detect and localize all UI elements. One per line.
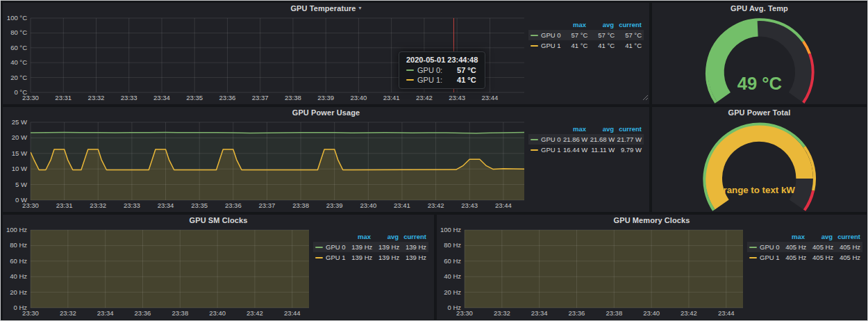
svg-text:60 Hz: 60 Hz <box>444 257 461 265</box>
legend-sort-header-max[interactable]: max <box>558 125 586 133</box>
svg-text:5 W: 5 W <box>15 181 27 188</box>
legend-sort-header-max[interactable]: max <box>558 21 586 28</box>
panel-gpu-power-total: GPU Power Total range to text kW <box>652 107 867 212</box>
panel-gpu-sm-clocks: GPU SM Clocks 0 Hz20 Hz40 Hz60 Hz80 Hz10… <box>3 215 434 320</box>
svg-text:100 Hz: 100 Hz <box>6 227 27 233</box>
grafana-dashboard: GPU Temperature ▾ 0 °C20 °C40 °C60 °C80 … <box>0 0 868 321</box>
svg-text:23:34: 23:34 <box>158 201 174 209</box>
legend-series-toggle[interactable]: GPU 0 <box>749 243 780 251</box>
legend-sort-header-current[interactable]: current <box>833 233 860 240</box>
svg-text:23:35: 23:35 <box>186 94 203 101</box>
legend-row-gpu-1: GPU 1405 Hz405 Hz405 Hz <box>747 252 862 263</box>
legend-sort-header-avg[interactable]: avg <box>805 233 833 240</box>
legend-value: 139 Hz <box>372 254 399 261</box>
legend-series-toggle[interactable]: GPU 0 <box>531 135 561 143</box>
legend-series-toggle[interactable]: GPU 0 <box>315 243 346 251</box>
svg-text:23:36: 23:36 <box>135 309 151 317</box>
svg-text:23:42: 23:42 <box>247 309 263 317</box>
series-color-dash-icon <box>406 69 414 71</box>
legend-value: 405 Hz <box>780 243 807 251</box>
svg-text:40 °C: 40 °C <box>10 58 27 66</box>
legend-sort-header-max[interactable]: max <box>777 233 805 240</box>
legend-series-toggle[interactable]: GPU 0 <box>531 31 561 39</box>
svg-text:15 W: 15 W <box>12 149 27 157</box>
svg-text:range to text kW: range to text kW <box>724 185 796 195</box>
svg-text:23:37: 23:37 <box>252 94 269 101</box>
legend-sort-header-current[interactable]: current <box>614 21 642 28</box>
svg-text:60 Hz: 60 Hz <box>10 257 27 265</box>
svg-text:23:41: 23:41 <box>383 94 400 101</box>
svg-text:100 °C: 100 °C <box>7 15 27 22</box>
legend-header-row: maxavgcurrent <box>747 231 862 242</box>
svg-text:23:33: 23:33 <box>124 201 140 209</box>
gpu-sm-clocks-chart[interactable]: 0 Hz20 Hz40 Hz60 Hz80 Hz100 Hz23:3023:32… <box>4 227 313 319</box>
legend-value: 57 °C <box>615 31 642 39</box>
tooltip-timestamp: 2020-05-01 23:44:48 <box>406 56 478 64</box>
legend-row-gpu-1: GPU 141 °C41 °C41 °C <box>528 40 644 51</box>
svg-text:23:40: 23:40 <box>351 94 367 101</box>
legend-value: 41 °C <box>561 42 588 49</box>
panel-title-gpu-avg-temp[interactable]: GPU Avg. Temp <box>652 3 867 14</box>
svg-text:23:42: 23:42 <box>681 309 697 317</box>
svg-text:23:38: 23:38 <box>292 201 309 209</box>
svg-text:23:32: 23:32 <box>60 309 76 317</box>
svg-text:23:39: 23:39 <box>317 94 334 101</box>
svg-text:23:40: 23:40 <box>643 309 660 317</box>
panel-gpu-avg-temp: GPU Avg. Temp 49 °C <box>652 3 867 104</box>
legend-sort-header-avg[interactable]: avg <box>371 233 399 240</box>
svg-text:23:37: 23:37 <box>259 201 276 209</box>
series-color-dash-icon <box>315 247 323 248</box>
svg-text:23:42: 23:42 <box>428 201 444 209</box>
svg-text:80 Hz: 80 Hz <box>10 241 27 249</box>
panel-title-gpu-memory-clocks[interactable]: GPU Memory Clocks <box>437 215 867 226</box>
legend-value: 405 Hz <box>806 254 833 261</box>
panel-title-text: GPU Memory Clocks <box>614 216 690 224</box>
panel-resize-handle[interactable] <box>642 91 649 104</box>
legend-sort-header-current[interactable]: current <box>614 125 642 133</box>
legend-sort-header-current[interactable]: current <box>399 233 426 240</box>
svg-text:23:38: 23:38 <box>606 309 622 317</box>
legend-value: 41 °C <box>615 42 642 49</box>
svg-text:23:40: 23:40 <box>209 309 226 317</box>
legend-value: 11.11 W <box>587 146 615 154</box>
gpu-memory-clocks-chart[interactable]: 0 Hz20 Hz40 Hz60 Hz80 Hz100 Hz23:3023:32… <box>438 227 747 319</box>
chevron-down-icon: ▾ <box>359 6 362 11</box>
gpu-power-usage-chart[interactable]: 0 W5 W10 W15 W20 W25 W23:3023:3123:3223:… <box>4 119 528 211</box>
svg-text:23:33: 23:33 <box>121 94 137 101</box>
svg-text:23:39: 23:39 <box>326 201 343 209</box>
legend-series-toggle[interactable]: GPU 1 <box>749 254 780 261</box>
legend-series-toggle[interactable]: GPU 1 <box>531 146 561 154</box>
tooltip-series-name: GPU 0: <box>417 66 442 74</box>
legend-row-gpu-0: GPU 021.86 W21.68 W21.77 W <box>528 134 644 145</box>
panel-gpu-temperature: GPU Temperature ▾ 0 °C20 °C40 °C60 °C80 … <box>3 3 649 104</box>
panel-title-gpu-power-total[interactable]: GPU Power Total <box>652 107 867 118</box>
legend-row-gpu-1: GPU 116.44 W11.11 W9.79 W <box>528 145 644 155</box>
panel-title-gpu-sm-clocks[interactable]: GPU SM Clocks <box>3 215 434 226</box>
panel-title-gpu-power-usage[interactable]: GPU Power Usage <box>3 107 649 118</box>
legend-sort-header-avg[interactable]: avg <box>586 21 614 28</box>
svg-text:23:36: 23:36 <box>225 201 242 209</box>
gpu-power-usage-legend: maxavgcurrentGPU 021.86 W21.68 W21.77 WG… <box>528 118 645 212</box>
panel-title-gpu-temperature[interactable]: GPU Temperature ▾ <box>3 3 649 14</box>
series-color-dash-icon <box>531 139 538 140</box>
series-color-dash-icon <box>315 257 323 258</box>
svg-text:23:38: 23:38 <box>172 309 188 317</box>
svg-text:23:34: 23:34 <box>97 309 114 317</box>
panel-title-text: GPU Avg. Temp <box>731 4 788 13</box>
legend-value: 41 °C <box>587 42 615 49</box>
legend-header-row: maxavgcurrent <box>528 19 644 30</box>
gpu-power-total-gauge: range to text kW <box>660 119 858 213</box>
svg-text:23:30: 23:30 <box>22 309 39 317</box>
legend-sort-header-avg[interactable]: avg <box>586 125 614 133</box>
legend-series-toggle[interactable]: GPU 1 <box>315 254 346 261</box>
legend-row-gpu-0: GPU 057 °C57 °C57 °C <box>528 30 644 40</box>
legend-row-gpu-0: GPU 0139 Hz139 Hz139 Hz <box>313 242 428 252</box>
svg-text:60 °C: 60 °C <box>10 44 27 51</box>
legend-sort-header-max[interactable]: max <box>343 233 371 240</box>
tooltip-row: GPU 0: 57 °C <box>406 66 478 74</box>
series-color-dash-icon <box>531 45 538 47</box>
svg-text:23:31: 23:31 <box>56 201 73 209</box>
legend-value: 139 Hz <box>346 254 373 261</box>
svg-text:23:35: 23:35 <box>191 201 208 209</box>
legend-series-toggle[interactable]: GPU 1 <box>531 42 561 49</box>
